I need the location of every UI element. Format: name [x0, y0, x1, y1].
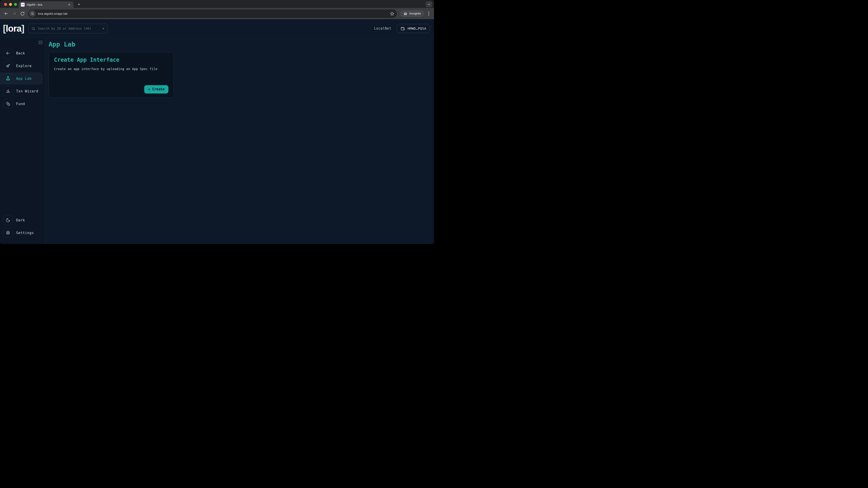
tab-search-button[interactable]	[426, 1, 432, 7]
wallet-icon	[400, 26, 405, 31]
incognito-badge: Incognito	[400, 10, 424, 17]
search-icon	[31, 27, 35, 31]
tab-favicon: [ak]	[21, 3, 25, 6]
sidebar: Back Explore App Lab	[0, 38, 45, 244]
new-tab-button[interactable]: +	[76, 2, 82, 7]
flask-icon	[3, 73, 13, 84]
lora-app: [lora] ✕ LocalNet HMWD…PQSA	[0, 19, 434, 244]
logo-open-bracket: [	[3, 24, 6, 33]
wallet-address: HMWD…PQSA	[408, 27, 426, 30]
sidebar-item-fund[interactable]: Fund	[0, 98, 43, 110]
sidebar-item-label: App Lab	[16, 76, 32, 80]
minimize-window-button[interactable]	[9, 3, 12, 6]
sidebar-item-back[interactable]: Back	[0, 47, 43, 59]
panel-collapse-icon	[38, 40, 43, 45]
bookmark-star-icon[interactable]	[390, 11, 394, 16]
sidebar-item-label: Txn Wizard	[16, 89, 38, 93]
main-content: App Lab Create App Interface Create an a…	[45, 38, 434, 244]
sidebar-collapse-button[interactable]	[38, 40, 43, 45]
tab-title: AlgoKit - lora	[27, 3, 67, 6]
create-button-label: Create	[152, 87, 164, 92]
sidebar-footer: Dark Settings	[0, 214, 45, 244]
sidebar-item-explore[interactable]: Explore	[0, 60, 43, 72]
tab-close-icon[interactable]: ✕	[67, 3, 71, 6]
coins-icon	[3, 99, 13, 109]
app-header: [lora] ✕ LocalNet HMWD…PQSA	[0, 19, 434, 38]
reload-button[interactable]	[20, 11, 25, 17]
address-bar[interactable]: lora.algokit.io/app-lab	[28, 9, 397, 18]
wallet-button[interactable]: HMWD…PQSA	[397, 24, 430, 33]
sidebar-item-label: Explore	[16, 64, 32, 68]
sidebar-item-label: Fund	[16, 102, 25, 106]
sidebar-nav: Back Explore App Lab	[0, 38, 45, 110]
search-clear-icon[interactable]: ✕	[102, 27, 104, 30]
chevron-down-icon	[428, 3, 430, 6]
card-title: Create App Interface	[54, 57, 168, 63]
arrow-left-icon	[3, 48, 13, 58]
lora-logo[interactable]: [lora]	[3, 24, 24, 33]
card-actions: + Create	[54, 85, 168, 94]
card-description: Create an app interface by uploading an …	[54, 67, 168, 71]
plus-icon: +	[148, 88, 150, 91]
sidebar-item-settings[interactable]: Settings	[0, 227, 43, 239]
telescope-icon	[3, 61, 13, 71]
app-body: Back Explore App Lab	[0, 38, 434, 244]
sidebar-item-txn-wizard[interactable]: Txn Wizard	[0, 85, 43, 97]
create-button[interactable]: + Create	[144, 85, 168, 94]
browser-tab[interactable]: [ak] AlgoKit - lora ✕	[19, 1, 73, 8]
browser-window: [ak] AlgoKit - lora ✕ + lora.algokit.io/…	[0, 0, 434, 244]
sidebar-item-label: Settings	[16, 231, 34, 235]
screen: [ak] AlgoKit - lora ✕ + lora.algokit.io/…	[0, 0, 434, 244]
sidebar-item-label: Dark	[16, 218, 25, 222]
logo-name: lora	[6, 24, 21, 33]
gear-icon	[3, 228, 13, 238]
logo-close-bracket: ]	[22, 24, 24, 33]
network-label[interactable]: LocalNet	[374, 26, 391, 31]
create-app-interface-card: Create App Interface Create an app inter…	[49, 52, 174, 98]
macos-traffic-lights	[4, 3, 17, 6]
search-input[interactable]	[37, 26, 102, 31]
moon-icon	[3, 215, 13, 225]
sidebar-item-app-lab[interactable]: App Lab	[0, 72, 43, 85]
url-text: lora.algokit.io/app-lab	[38, 12, 390, 15]
sidebar-item-label: Back	[16, 51, 25, 55]
browser-menu-button[interactable]	[426, 11, 431, 17]
close-window-button[interactable]	[4, 3, 7, 6]
global-search[interactable]: ✕	[28, 24, 107, 33]
wizard-hat-icon	[3, 86, 13, 96]
site-settings-button[interactable]	[29, 10, 35, 17]
sidebar-item-theme-dark[interactable]: Dark	[0, 214, 43, 226]
forward-button[interactable]	[11, 11, 17, 17]
incognito-icon	[403, 11, 408, 16]
zoom-window-button[interactable]	[14, 3, 17, 6]
tab-strip: [ak] AlgoKit - lora ✕ +	[0, 0, 434, 8]
incognito-label: Incognito	[409, 12, 421, 15]
header-right: LocalNet HMWD…PQSA	[374, 24, 430, 33]
back-button[interactable]	[3, 11, 9, 17]
browser-toolbar: lora.algokit.io/app-lab Incognito	[0, 8, 434, 19]
page-title: App Lab	[49, 41, 434, 48]
